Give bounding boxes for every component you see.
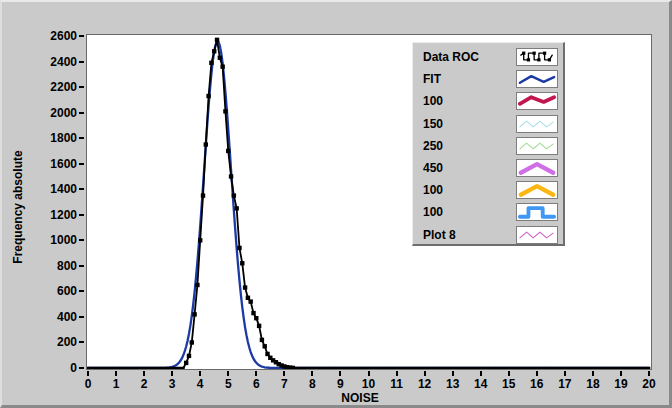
y-tick-mark <box>79 188 84 190</box>
x-tick-mark <box>396 371 398 376</box>
x-tick-label: 0 <box>73 377 103 391</box>
data-point-marker <box>499 367 502 369</box>
data-point-marker <box>120 367 123 369</box>
legend-line-style-icon[interactable] <box>516 70 558 88</box>
x-tick-mark <box>87 371 89 376</box>
legend-item[interactable]: 100 <box>413 90 563 112</box>
data-point-marker <box>234 206 238 210</box>
legend-item[interactable]: Data ROC <box>413 46 563 68</box>
legend-line-style-icon[interactable] <box>516 92 558 110</box>
y-tick-mark <box>79 265 84 267</box>
graph-window: 0200400600800100012001400160018002000220… <box>0 0 672 408</box>
x-tick-label: 18 <box>578 377 608 391</box>
data-point-marker <box>192 312 196 316</box>
data-point-marker <box>395 367 398 369</box>
legend-item[interactable]: 250 <box>413 135 563 157</box>
data-point-marker <box>254 316 258 320</box>
x-tick-mark <box>452 371 454 376</box>
legend-item-label: FIT <box>423 72 516 86</box>
x-tick-label: 9 <box>325 377 355 391</box>
data-point-marker <box>555 367 558 369</box>
legend-line-style-icon[interactable] <box>516 115 558 133</box>
data-point-marker <box>429 367 432 369</box>
data-point-marker <box>482 367 485 369</box>
data-point-marker <box>297 367 300 369</box>
plot-legend[interactable]: Data ROCFIT100150250450100100Plot 8 <box>412 42 565 246</box>
legend-line-style-icon[interactable] <box>516 226 558 244</box>
legend-item[interactable]: Plot 8 <box>413 224 563 246</box>
x-tick-mark <box>368 371 370 376</box>
data-point-marker <box>345 367 348 369</box>
data-point-marker <box>594 367 597 369</box>
data-point-marker <box>552 367 555 369</box>
data-point-marker <box>143 367 146 369</box>
data-point-marker <box>412 367 415 369</box>
data-point-marker <box>580 367 583 369</box>
data-point-marker <box>348 367 351 369</box>
data-point-marker <box>303 367 306 369</box>
data-point-marker <box>95 367 98 369</box>
data-point-marker <box>87 367 89 369</box>
data-point-marker <box>305 367 308 369</box>
y-tick-mark <box>79 86 84 88</box>
legend-item[interactable]: FIT <box>413 68 563 90</box>
y-tick-mark <box>79 137 84 139</box>
legend-item-label: 100 <box>423 205 516 219</box>
data-point-marker <box>367 367 370 369</box>
data-point-marker <box>328 367 331 369</box>
data-point-marker <box>421 367 424 369</box>
data-point-marker <box>547 367 550 369</box>
data-point-marker <box>533 367 536 369</box>
data-point-marker <box>392 367 395 369</box>
data-point-marker <box>550 367 553 369</box>
data-point-marker <box>507 367 510 369</box>
data-point-marker <box>636 367 639 369</box>
x-tick-mark <box>424 371 426 376</box>
data-point-marker <box>209 61 213 65</box>
data-point-marker <box>521 367 524 369</box>
legend-line-style-icon[interactable] <box>516 203 558 221</box>
legend-line-style-icon[interactable] <box>516 159 558 177</box>
data-point-marker <box>182 367 185 369</box>
data-point-marker <box>575 367 578 369</box>
y-tick-mark <box>79 35 84 37</box>
data-point-marker <box>620 367 623 369</box>
data-point-marker <box>129 367 132 369</box>
y-tick-label: 2400 <box>27 55 77 69</box>
x-tick-mark <box>311 371 313 376</box>
data-point-marker <box>541 367 544 369</box>
data-point-marker <box>174 367 177 369</box>
data-point-marker <box>628 367 631 369</box>
plot-area[interactable] <box>86 34 652 370</box>
data-point-marker <box>566 367 569 369</box>
legend-item[interactable]: 450 <box>413 157 563 179</box>
data-point-marker <box>516 367 519 369</box>
data-point-marker <box>90 367 93 369</box>
legend-item[interactable]: 150 <box>413 113 563 135</box>
legend-line-style-icon[interactable] <box>516 181 558 199</box>
y-axis-title: Frequency absolute <box>11 150 25 263</box>
legend-line-style-icon[interactable] <box>516 137 558 155</box>
data-point-marker <box>505 367 508 369</box>
y-tick-mark <box>79 214 84 216</box>
y-tick-label: 2600 <box>27 29 77 43</box>
data-point-marker <box>597 367 600 369</box>
data-point-marker <box>179 367 182 369</box>
data-point-marker <box>451 367 454 369</box>
data-point-marker <box>457 367 460 369</box>
data-point-marker <box>468 367 471 369</box>
x-tick-label: 11 <box>382 377 412 391</box>
x-axis-title: NOISE <box>78 391 642 405</box>
legend-item[interactable]: 100 <box>413 201 563 223</box>
data-point-marker <box>558 367 561 369</box>
data-point-marker <box>370 367 373 369</box>
data-point-marker <box>364 367 367 369</box>
legend-line-style-icon[interactable] <box>516 48 558 66</box>
legend-item[interactable]: 100 <box>413 179 563 201</box>
plot-canvas[interactable] <box>87 35 651 369</box>
data-point-marker <box>134 367 137 369</box>
x-tick-mark <box>620 371 622 376</box>
data-point-marker <box>465 367 468 369</box>
x-tick-label: 20 <box>634 377 664 391</box>
x-tick-mark <box>508 371 510 376</box>
